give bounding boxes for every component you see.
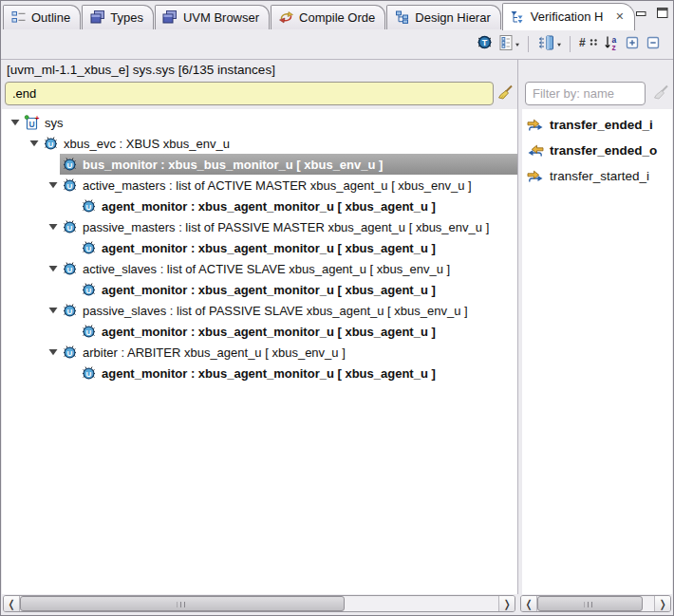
list-item[interactable]: transfer_ended_i (522, 112, 672, 138)
scrollbar-thumb[interactable] (537, 596, 643, 611)
twistie-expanded-icon[interactable] (46, 307, 60, 314)
twistie-expanded-icon[interactable] (46, 265, 60, 272)
tree-indent (2, 289, 65, 290)
uvm-unit-icon: U (43, 136, 59, 151)
svg-text:U: U (86, 245, 92, 253)
hash-columns-button[interactable]: # (576, 33, 601, 55)
clear-search-button[interactable] (497, 84, 514, 104)
twistie-expanded-icon[interactable] (8, 119, 22, 126)
sort-az-button[interactable]: az (601, 33, 622, 56)
tree-row[interactable]: Ubus_monitor : xbus_bus_monitor_u [ xbus… (2, 154, 517, 175)
tree-row-label: agent_monitor : xbus_agent_monitor_u [ x… (102, 325, 436, 339)
tree-row-label: bus_monitor : xbus_bus_monitor_u [ xbus_… (83, 158, 383, 172)
tree-indent (2, 143, 27, 144)
tree-row[interactable]: Uactive_slaves : list of ACTIVE SLAVE xb… (2, 258, 517, 279)
tree-row-body: Uagent_monitor : xbus_agent_monitor_u [ … (79, 363, 517, 383)
tree-row-body: Upassive_masters : list of PASSIVE MASTE… (60, 216, 517, 237)
svg-text:+: + (35, 115, 40, 122)
uvm-unit-icon: U (81, 365, 97, 381)
toolbar-separator (528, 36, 529, 52)
tree-row[interactable]: Upassive_masters : list of PASSIVE MASTE… (2, 216, 517, 237)
minimize-icon (636, 5, 646, 22)
tab-outline[interactable]: Outline (3, 5, 81, 29)
tab-label: Types (110, 10, 143, 25)
uvm-top-unit-icon: U+ (24, 115, 40, 130)
svg-text:U: U (67, 308, 73, 316)
tree-horizontal-scrollbar[interactable]: ❬ ❭ (3, 595, 515, 612)
scrollbar-track[interactable] (345, 596, 498, 611)
tree-row[interactable]: Uagent_monitor : xbus_agent_monitor_u [ … (2, 237, 517, 258)
tree-row-body: Uarbiter : ARBITER xbus_agent_u [ xbus_e… (60, 342, 517, 363)
tabs-container: OutlineTypesUVM BrowserCompile OrdeDesig… (3, 3, 636, 29)
tree-row-body: Uagent_monitor : xbus_agent_monitor_u [ … (79, 279, 517, 300)
tab-compile-orde[interactable]: Compile Orde (271, 5, 385, 29)
tree-indent (2, 164, 46, 165)
minimize-button[interactable] (636, 5, 646, 22)
tab-label: Design Hierar (415, 10, 490, 25)
svg-text:U: U (86, 287, 92, 295)
tree-row[interactable]: Uagent_monitor : xbus_agent_monitor_u [ … (2, 279, 517, 300)
collapse-all-button[interactable] (643, 33, 664, 56)
checklist-button[interactable]: ▾ (496, 33, 522, 56)
tab-label: Outline (31, 10, 70, 25)
view-toolbar: T▾▾#az (1, 29, 673, 60)
tree-row[interactable]: Uagent_monitor : xbus_agent_monitor_u [ … (2, 321, 517, 342)
tree-row-label: active_slaves : list of ACTIVE SLAVE xbu… (83, 262, 450, 276)
tree-row[interactable]: Uxbus_evc : XBUS xbus_env_u (2, 133, 517, 154)
tab-verification-h[interactable]: Verification H✕ (502, 3, 635, 30)
ports-list: transfer_ended_itransfer_ended_otransfer… (522, 109, 672, 594)
tree-row[interactable]: U+sys (2, 112, 517, 133)
outline-icon (10, 9, 27, 25)
tree-row[interactable]: Uagent_monitor : xbus_agent_monitor_u [ … (2, 363, 517, 383)
svg-text:U: U (67, 224, 73, 233)
tree-row-body: Uactive_slaves : list of ACTIVE SLAVE xb… (60, 258, 517, 279)
search-input[interactable] (5, 82, 494, 105)
chevron-down-icon[interactable]: ▾ (515, 41, 519, 47)
hierarchy-tree: U+sysUxbus_evc : XBUS xbus_env_uUbus_mon… (2, 109, 517, 594)
tree-row-body: Uactive_masters : list of ACTIVE MASTER … (60, 175, 517, 196)
scroll-left-button[interactable]: ❬ (521, 596, 537, 611)
list-item[interactable]: transfer_started_i (522, 163, 672, 189)
tab-uvm-browser[interactable]: UVM Browser (155, 5, 270, 29)
twistie-expanded-icon[interactable] (46, 181, 60, 189)
sort-az-icon: az (604, 35, 619, 54)
twistie-expanded-icon[interactable] (27, 140, 41, 147)
tree-row[interactable]: Uactive_masters : list of ACTIVE MASTER … (2, 175, 517, 196)
scrollbar-thumb[interactable] (20, 596, 345, 611)
checklist-icon (499, 35, 513, 54)
uvm-unit-icon: U (81, 282, 97, 297)
tree-row-body: Uxbus_evc : XBUS xbus_env_u (41, 133, 517, 154)
filter-input[interactable] (525, 82, 646, 105)
uvm-unit-icon: U (62, 157, 78, 172)
tree-row-label: xbus_evc : XBUS xbus_env_u (64, 137, 230, 151)
scroll-right-button[interactable]: ❭ (498, 596, 515, 611)
tab-label: UVM Browser (183, 10, 259, 25)
expand-all-icon (625, 35, 640, 54)
tree-row-label: passive_masters : list of PASSIVE MASTER… (83, 220, 489, 234)
tree-indent (2, 331, 65, 332)
close-icon[interactable]: ✕ (613, 10, 626, 23)
tab-label: Compile Orde (299, 10, 375, 25)
ports-horizontal-scrollbar[interactable]: ❬ ❭ (520, 595, 671, 612)
scrollbar-track[interactable] (643, 596, 654, 611)
maximize-button[interactable] (657, 5, 668, 22)
tree-row-label: sys (45, 116, 64, 130)
tree-row[interactable]: Uagent_monitor : xbus_agent_monitor_u [ … (2, 196, 517, 216)
tree-row[interactable]: Upassive_slaves : list of PASSIVE SLAVE … (2, 300, 517, 321)
tab-design-hierar[interactable]: Design Hierar (386, 5, 500, 29)
port-label: transfer_ended_i (550, 118, 653, 132)
expand-all-button[interactable] (622, 33, 643, 56)
tree-row[interactable]: Uarbiter : ARBITER xbus_agent_u [ xbus_e… (2, 342, 517, 363)
twistie-expanded-icon[interactable] (46, 223, 60, 231)
svg-text:U: U (86, 370, 92, 379)
list-item[interactable]: transfer_ended_o (522, 138, 672, 163)
chevron-down-icon[interactable]: ▾ (557, 41, 561, 47)
scroll-left-button[interactable]: ❬ (4, 596, 20, 611)
tab-types[interactable]: Types (82, 5, 154, 29)
type-filter-bug-button[interactable]: T (473, 32, 496, 56)
column-settings-button[interactable]: ▾ (534, 33, 564, 56)
svg-text:U: U (86, 328, 92, 337)
scroll-right-button[interactable]: ❭ (654, 596, 670, 611)
twistie-expanded-icon[interactable] (46, 348, 60, 356)
svg-text:U: U (28, 120, 34, 129)
